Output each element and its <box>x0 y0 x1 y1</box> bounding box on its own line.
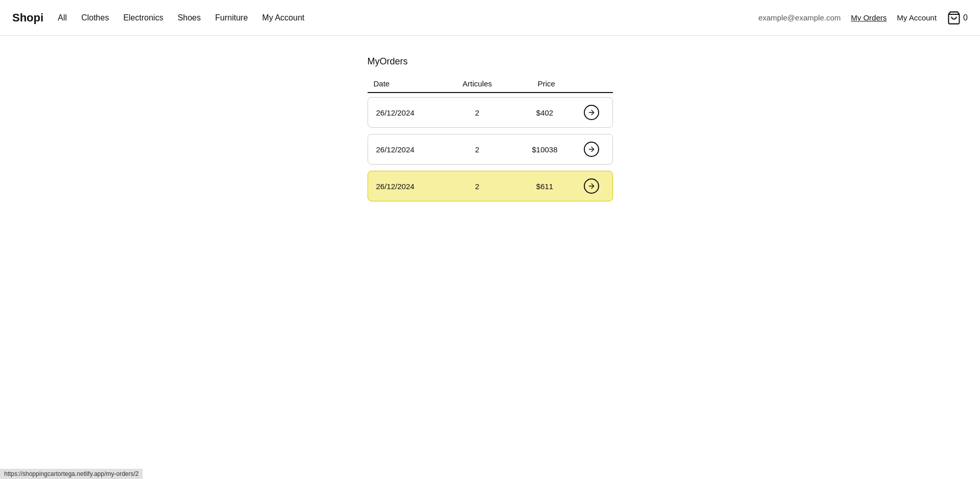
site-header: Shopi All Clothes Electronics Shoes Furn… <box>0 0 980 36</box>
order-articules: 2 <box>444 182 511 191</box>
my-account-link-right[interactable]: My Account <box>897 13 937 22</box>
my-orders-link[interactable]: My Orders <box>851 13 887 22</box>
cart-button[interactable]: 0 <box>947 11 968 25</box>
order-price: $402 <box>511 108 579 117</box>
table-header: Date Articules Price <box>368 75 613 93</box>
main-content: MyOrders Date Articules Price 26/12/2024… <box>0 36 980 208</box>
status-bar: https://shoppingcartortega.netlify.app/m… <box>0 469 143 479</box>
site-logo[interactable]: Shopi <box>12 11 43 25</box>
order-detail-button[interactable] <box>584 178 599 194</box>
order-price: $10038 <box>511 145 579 154</box>
order-detail-button[interactable] <box>584 142 599 157</box>
page-title: MyOrders <box>368 56 613 67</box>
table-row[interactable]: 26/12/20242$611 <box>368 171 613 201</box>
order-date: 26/12/2024 <box>376 108 444 117</box>
header-right: example@example.com My Orders My Account… <box>758 11 968 25</box>
nav-shoes[interactable]: Shoes <box>177 13 200 22</box>
orders-list: 26/12/20242$40226/12/20242$1003826/12/20… <box>368 97 613 201</box>
table-row[interactable]: 26/12/20242$402 <box>368 97 613 128</box>
nav-all[interactable]: All <box>58 13 67 22</box>
order-detail-button[interactable] <box>584 105 599 120</box>
status-url: https://shoppingcartortega.netlify.app/m… <box>4 470 139 477</box>
nav-furniture[interactable]: Furniture <box>215 13 248 22</box>
header-left: Shopi All Clothes Electronics Shoes Furn… <box>12 11 305 25</box>
nav-clothes[interactable]: Clothes <box>81 13 109 22</box>
col-header-action <box>581 79 606 88</box>
order-date: 26/12/2024 <box>376 145 444 154</box>
orders-table-container: MyOrders Date Articules Price 26/12/2024… <box>368 56 613 208</box>
order-date: 26/12/2024 <box>376 182 444 191</box>
table-row[interactable]: 26/12/20242$10038 <box>368 134 613 165</box>
cart-count: 0 <box>963 13 968 22</box>
arrow-right-icon <box>587 145 596 153</box>
arrow-right-icon <box>587 108 596 117</box>
nav-electronics[interactable]: Electronics <box>123 13 163 22</box>
order-articules: 2 <box>444 108 511 117</box>
user-email: example@example.com <box>758 13 840 22</box>
col-header-price: Price <box>512 79 581 88</box>
arrow-right-icon <box>587 182 596 190</box>
order-articules: 2 <box>444 145 511 154</box>
order-price: $611 <box>511 182 579 191</box>
nav-my-account[interactable]: My Account <box>262 13 305 22</box>
col-header-date: Date <box>374 79 443 88</box>
cart-icon <box>947 11 961 25</box>
col-header-articules: Articules <box>443 79 512 88</box>
